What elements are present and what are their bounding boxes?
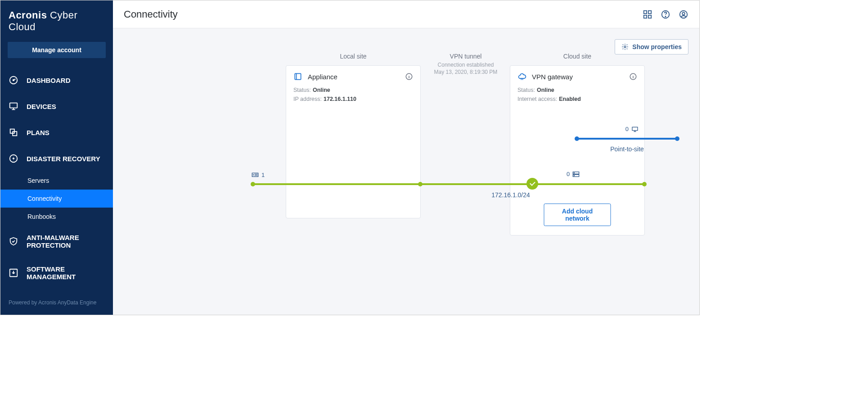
nav-menu: DASHBOARD DEVICES PLANS DISASTER RECOVER… — [0, 67, 113, 289]
device-icon — [252, 172, 259, 178]
content: Show properties Local site Cloud site VP… — [113, 28, 699, 315]
cloud-gateway-icon — [517, 72, 526, 81]
nav-antimalware[interactable]: ANTI-MALWARE PROTECTION — [0, 226, 113, 257]
s2s-line — [252, 183, 286, 185]
appliance-icon — [293, 72, 302, 81]
account-icon[interactable] — [679, 9, 688, 19]
gateway-status-value: Online — [537, 87, 554, 93]
nav-disaster-recovery[interactable]: DISASTER RECOVERY — [0, 145, 113, 172]
nav-dr-label: DISASTER RECOVERY — [27, 155, 100, 163]
brand-logo: Acronis Cyber Cloud — [0, 0, 113, 36]
svg-point-14 — [682, 12, 685, 15]
nav-software[interactable]: SOFTWARE MANAGEMENT — [0, 257, 113, 289]
nav-plans[interactable]: PLANS — [0, 119, 113, 145]
local-devices-count: 1 — [252, 172, 265, 178]
svg-rect-2 — [10, 103, 18, 108]
info-icon[interactable] — [405, 72, 413, 81]
vpn-tunnel-title: VPN tunnel — [399, 53, 532, 60]
nav-software-label: SOFTWARE MANAGEMENT — [27, 265, 105, 281]
gateway-ia-value: Enabled — [559, 96, 581, 102]
appliance-status-value: Online — [313, 87, 330, 93]
local-devices-value: 1 — [261, 172, 265, 178]
main: Connectivity Show properties Local site … — [113, 0, 699, 315]
gateway-title: VPN gateway — [532, 73, 624, 81]
nav-dashboard[interactable]: DASHBOARD — [0, 67, 113, 93]
sidebar-footer: Powered by Acronis AnyData Engine — [0, 292, 113, 315]
monitor-icon — [9, 101, 18, 111]
svg-point-24 — [574, 175, 575, 176]
s2s-line — [286, 183, 421, 185]
nav-antimalware-label: ANTI-MALWARE PROTECTION — [27, 234, 105, 249]
plans-icon — [9, 127, 18, 137]
p2s-label: Point-to-site — [576, 145, 678, 153]
header: Connectivity — [113, 0, 699, 28]
manage-account-button[interactable]: Manage account — [8, 42, 106, 58]
apps-icon[interactable] — [643, 9, 652, 19]
workstation-icon — [631, 126, 639, 132]
connectivity-diagram: Local site Cloud site VPN tunnel Connect… — [124, 39, 688, 264]
gateway-status-label: Status: — [517, 87, 535, 93]
page-title: Connectivity — [124, 9, 178, 20]
svg-rect-25 — [632, 127, 638, 130]
bolt-icon — [9, 154, 18, 163]
p2s-line — [576, 138, 678, 140]
svg-point-1 — [13, 80, 14, 81]
nav-connectivity[interactable]: Connectivity — [0, 190, 113, 208]
svg-rect-8 — [648, 10, 651, 13]
nav-plans-label: PLANS — [27, 129, 49, 136]
appliance-title: Appliance — [308, 73, 400, 81]
svg-point-23 — [574, 172, 575, 173]
svg-rect-7 — [644, 10, 647, 13]
p2s-clients-count: 0 — [625, 126, 639, 132]
header-icons — [643, 9, 688, 19]
gateway-ia-label: Internet access: — [517, 96, 557, 102]
add-cloud-network-button[interactable]: Add cloud network — [544, 204, 611, 226]
info-icon[interactable] — [629, 72, 637, 81]
gauge-icon — [9, 75, 18, 85]
s2s-check-icon — [526, 178, 538, 190]
sidebar: Acronis Cyber Cloud Manage account DASHB… — [0, 0, 113, 315]
p2s-clients-value: 0 — [625, 126, 629, 132]
nav-devices[interactable]: DEVICES — [0, 93, 113, 119]
nav-runbooks[interactable]: Runbooks — [0, 208, 113, 226]
svg-point-20 — [253, 174, 253, 175]
subnet-label: 172.16.1.0/24 — [466, 191, 556, 199]
download-box-icon — [9, 268, 18, 278]
help-icon[interactable] — [661, 9, 670, 19]
nav-dashboard-label: DASHBOARD — [27, 77, 71, 84]
appliance-status-label: Status: — [293, 87, 311, 93]
s2s-line — [532, 183, 645, 185]
cloud-servers-value: 0 — [567, 171, 570, 177]
appliance-ip-label: IP address: — [293, 96, 322, 102]
shield-icon — [9, 236, 18, 246]
svg-rect-16 — [295, 73, 301, 79]
svg-point-12 — [665, 16, 666, 16]
server-icon — [572, 171, 580, 177]
nav-servers[interactable]: Servers — [0, 172, 113, 190]
appliance-card[interactable]: Appliance Status:Online IP address:172.1… — [286, 65, 421, 218]
cloud-servers-count: 0 — [567, 171, 580, 177]
nav-devices-label: DEVICES — [27, 103, 56, 110]
s2s-line — [421, 183, 532, 185]
svg-rect-10 — [648, 15, 651, 18]
svg-rect-9 — [644, 15, 647, 18]
appliance-ip-value: 172.16.1.110 — [324, 96, 356, 102]
